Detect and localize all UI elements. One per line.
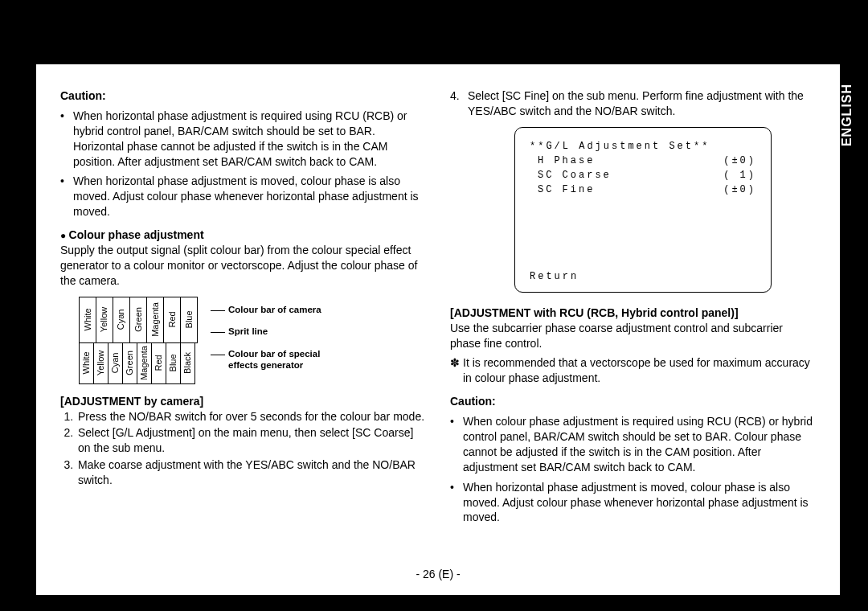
- cb-label-sprit: Sprit line: [211, 326, 321, 338]
- note-text: It is recommended that a vectorscope be …: [463, 355, 816, 386]
- language-tab-label: ENGLISH: [840, 84, 854, 146]
- right-column: 4. Select [SC Fine] on the sub menu. Per…: [450, 88, 816, 525]
- osd-title: **G/L Adjustment Set**: [530, 139, 756, 154]
- bullet-icon: •: [450, 414, 463, 475]
- osd-row: H Phase (±0): [538, 154, 756, 168]
- colour-bar-effects-row: White Yellow Cyan Green Magenta Red Blue…: [80, 342, 198, 384]
- caution-item: • When horizontal phase adjustment is mo…: [450, 480, 816, 526]
- cb-cell: Blue: [166, 342, 181, 384]
- adjustment-with-rcu-body: Use the subcarrier phase coarse adjustme…: [450, 321, 816, 351]
- step-item: Make coarse adjustment with the YES/ABC …: [76, 457, 426, 488]
- cb-cell: Green: [122, 342, 137, 384]
- cb-cell: Red: [163, 297, 181, 343]
- osd-row: SC Fine (±0): [538, 182, 756, 197]
- osd-row-label: SC Fine: [538, 182, 595, 197]
- colour-bar-diagram: White Yellow Cyan Green Magenta Red Blue…: [80, 297, 426, 384]
- cb-cell: Cyan: [113, 297, 130, 343]
- caution-text: When horizontal phase adjustment is move…: [463, 480, 816, 526]
- vectorscope-note: ✽ It is recommended that a vectorscope b…: [450, 355, 816, 386]
- left-column: Caution: • When horizontal phase adjustm…: [60, 88, 426, 525]
- caution-text: When colour phase adjustment is required…: [463, 414, 816, 475]
- cb-cell: Yellow: [93, 342, 108, 384]
- caution-item: • When horizontal phase adjustment is mo…: [60, 174, 426, 219]
- caution-text: When horizontal phase adjustment is requ…: [73, 109, 426, 170]
- step-text: Select [SC Fine] on the sub menu. Perfor…: [468, 88, 816, 119]
- step-item: Select [G/L Adjustment] on the main menu…: [76, 425, 426, 456]
- adjustment-with-rcu-heading: [ADJUSTMENT with RCU (RCB, Hybrid contro…: [450, 306, 816, 321]
- osd-row-value: (±0): [723, 182, 756, 197]
- step-item: Press the NO/BAR switch for over 5 secon…: [76, 409, 426, 424]
- note-mark-icon: ✽: [450, 355, 463, 386]
- osd-row-label: H Phase: [538, 154, 595, 168]
- bullet-icon: •: [60, 109, 73, 170]
- cb-cell: Black: [180, 342, 195, 384]
- osd-panel: **G/L Adjustment Set** H Phase (±0) SC C…: [514, 127, 772, 293]
- cb-cell: Magenta: [137, 342, 152, 384]
- page-number: - 26 (E) -: [36, 567, 840, 582]
- cb-cell: Green: [129, 297, 147, 343]
- cb-cell: White: [79, 297, 96, 343]
- cb-label-bot: Colour bar of special effects generator: [211, 349, 321, 371]
- cb-cell: Magenta: [146, 297, 164, 343]
- caution-text: When horizontal phase adjustment is move…: [73, 174, 426, 219]
- cb-cell: Cyan: [108, 342, 123, 384]
- step-number: 4.: [450, 88, 468, 119]
- adjustment-by-camera-steps: Press the NO/BAR switch for over 5 secon…: [60, 409, 426, 488]
- cb-cell: Red: [151, 342, 166, 384]
- osd-row-value: ( 1): [723, 168, 756, 182]
- step-4: 4. Select [SC Fine] on the sub menu. Per…: [450, 88, 816, 119]
- cb-cell: Blue: [180, 297, 198, 343]
- caution-item: • When horizontal phase adjustment is re…: [60, 109, 426, 170]
- bullet-icon: •: [60, 174, 73, 219]
- osd-row: SC Coarse ( 1): [538, 168, 756, 182]
- caution-heading: Caution:: [60, 88, 426, 104]
- colour-bar-camera-row: White Yellow Cyan Green Magenta Red Blue: [80, 297, 198, 343]
- manual-page: Caution: • When horizontal phase adjustm…: [36, 64, 840, 595]
- caution-item: • When colour phase adjustment is requir…: [450, 414, 816, 475]
- caution-heading: Caution:: [450, 394, 816, 409]
- cb-cell: White: [79, 342, 94, 384]
- section-heading-colour-phase: Colour phase adjustment: [60, 228, 426, 243]
- osd-return: Return: [530, 269, 756, 284]
- colour-bar-labels: Colour bar of camera Sprit line Colour b…: [211, 305, 321, 376]
- cb-cell: Yellow: [96, 297, 113, 343]
- osd-row-label: SC Coarse: [538, 168, 612, 182]
- section-body: Supply the output signal (split colour b…: [60, 243, 426, 289]
- cb-label-top: Colour bar of camera: [211, 305, 321, 316]
- osd-row-value: (±0): [723, 154, 756, 168]
- adjustment-by-camera-heading: [ADJUSTMENT by camera]: [60, 394, 426, 409]
- bullet-icon: •: [450, 480, 463, 526]
